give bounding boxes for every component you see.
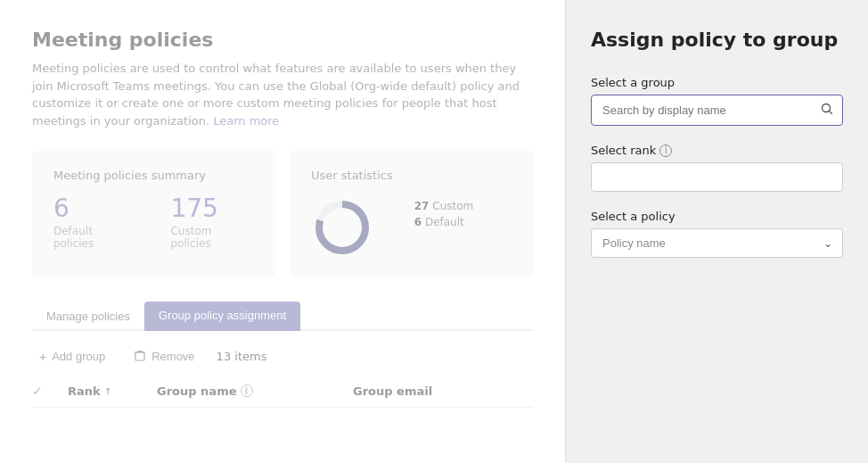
remove-button[interactable]: Remove <box>127 345 201 368</box>
search-group-input[interactable] <box>592 96 812 124</box>
default-policies-value: 6 <box>53 196 135 221</box>
search-button[interactable] <box>812 95 842 125</box>
panel-title: Assign policy to group <box>591 29 843 51</box>
sort-asc-icon: ↑ <box>104 386 111 396</box>
group-name-info-icon[interactable]: i <box>241 384 253 397</box>
select-policy-group: Select a policy Policy name ⌄ <box>591 210 843 258</box>
rank-label: Rank <box>68 384 101 398</box>
tabs-row: Manage policies Group policy assignment <box>32 302 533 331</box>
default-label-text: Default <box>425 216 464 228</box>
policy-select-wrapper: Policy name ⌄ <box>591 228 843 258</box>
main-content: Meeting policies Meeting policies are us… <box>0 0 565 463</box>
select-rank-text: Select rank <box>591 144 656 157</box>
page-title: Meeting policies <box>32 29 533 51</box>
trash-icon <box>134 349 146 364</box>
svg-rect-2 <box>135 352 144 360</box>
select-rank-label: Select rank i <box>591 144 843 157</box>
stats-legend: 27 Custom 6 Default <box>414 200 474 228</box>
summary-row: Meeting policies summary 6 Default polic… <box>32 151 533 277</box>
check-column-header: ✓ <box>32 384 68 398</box>
group-name-column-header: Group name i <box>157 384 353 398</box>
user-statistics-card: User statistics 27 Custom 6 <box>290 151 533 277</box>
add-group-button[interactable]: + Add group <box>32 346 112 368</box>
remove-label: Remove <box>151 350 194 363</box>
donut-chart <box>311 196 373 259</box>
table-header: ✓ Rank ↑ Group name i Group email <box>32 375 533 408</box>
default-policies-stat: 6 Default policies <box>53 196 135 250</box>
rank-input[interactable]: 1 <box>591 162 843 192</box>
meeting-policies-summary-card: Meeting policies summary 6 Default polic… <box>32 151 275 277</box>
add-group-label: Add group <box>52 350 105 363</box>
default-legend-item: 6 Default <box>414 216 474 228</box>
user-stats-card-title: User statistics <box>311 169 393 182</box>
rank-info-icon[interactable]: i <box>659 145 672 157</box>
default-policies-label: Default policies <box>53 225 135 250</box>
add-icon: + <box>39 350 46 364</box>
toolbar: + Add group Remove 13 items <box>32 345 533 368</box>
custom-policies-label: Custom policies <box>170 225 254 250</box>
select-rank-group: Select rank i 1 <box>591 144 843 192</box>
right-panel: Assign policy to group Select a group Se… <box>565 0 868 463</box>
learn-more-link[interactable]: Learn more <box>213 114 279 128</box>
card-stats: 6 Default policies 175 Custom policies <box>53 196 254 250</box>
group-email-column-header: Group email <box>353 384 533 398</box>
custom-policies-value: 175 <box>170 196 254 221</box>
tab-group-policy-assignment[interactable]: Group policy assignment <box>144 302 300 331</box>
summary-card-title: Meeting policies summary <box>53 169 254 182</box>
rank-column-header[interactable]: Rank ↑ <box>68 384 157 398</box>
select-group-group: Select a group <box>591 76 843 126</box>
page-description: Meeting policies are used to control wha… <box>32 60 533 129</box>
custom-value: 27 <box>414 200 430 212</box>
check-icon: ✓ <box>32 384 43 398</box>
select-policy-label: Select a policy <box>591 210 843 223</box>
search-group-wrapper <box>591 95 843 126</box>
select-group-label: Select a group <box>591 76 843 89</box>
group-email-label: Group email <box>353 384 432 398</box>
policy-select[interactable]: Policy name <box>591 228 843 258</box>
user-stats-title: User statistics <box>311 169 393 259</box>
search-icon <box>821 103 833 118</box>
custom-label-text: Custom <box>432 200 473 212</box>
default-stat-value: 6 <box>414 216 422 228</box>
item-count: 13 items <box>217 350 267 363</box>
group-name-label: Group name <box>157 384 237 398</box>
tab-manage-policies[interactable]: Manage policies <box>32 302 144 330</box>
custom-legend-item: 27 Custom <box>414 200 474 212</box>
custom-policies-stat: 175 Custom policies <box>170 196 254 250</box>
